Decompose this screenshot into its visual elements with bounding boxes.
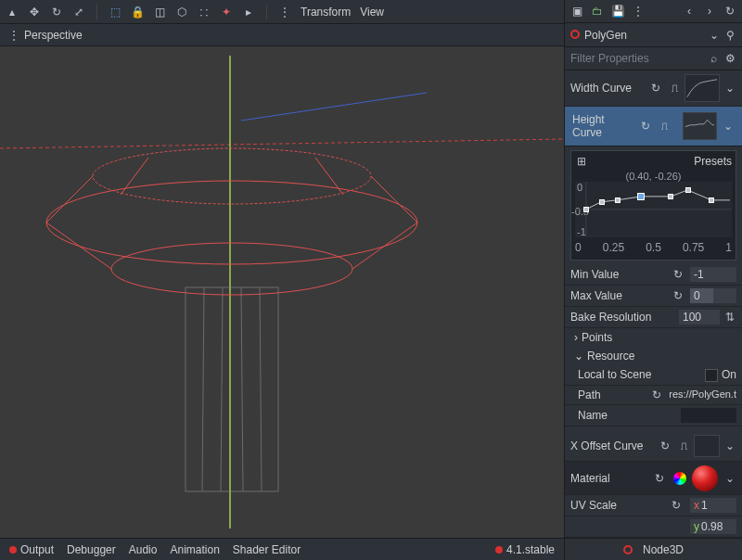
select-mode-icon[interactable]: ⬚ bbox=[109, 6, 122, 19]
search-icon[interactable]: ⌕ bbox=[708, 52, 721, 65]
viewport-toolbar: ▴ ✥ ↻ ⤢ ⬚ 🔒 ◫ ⬡ ⸬ ✦ ▸ ⋮ Transform View bbox=[0, 0, 564, 24]
curve-icon: ⎍ bbox=[677, 439, 690, 452]
svg-rect-12 bbox=[186, 287, 278, 491]
pin-icon[interactable]: ⚲ bbox=[723, 29, 736, 42]
revert-icon[interactable]: ↻ bbox=[660, 439, 673, 452]
path-label: Path bbox=[578, 388, 601, 401]
svg-line-7 bbox=[371, 176, 417, 223]
group-icon[interactable]: ◫ bbox=[153, 6, 166, 19]
camera-icon[interactable]: ▸ bbox=[242, 6, 255, 19]
revert-icon[interactable]: ↻ bbox=[655, 472, 668, 485]
svg-line-8 bbox=[46, 223, 111, 269]
material-preview[interactable] bbox=[692, 465, 718, 491]
path-value[interactable]: res://PolyGen.t bbox=[669, 388, 736, 401]
forward-icon[interactable]: › bbox=[703, 5, 716, 18]
revert-icon[interactable]: ↻ bbox=[673, 289, 686, 302]
curve-point[interactable] bbox=[685, 187, 691, 193]
uv-y-input[interactable]: y0.98 bbox=[690, 519, 736, 534]
revert-icon[interactable]: ↻ bbox=[652, 388, 665, 401]
new-icon[interactable]: ▣ bbox=[570, 5, 583, 18]
arrow-icon[interactable]: ▴ bbox=[6, 6, 19, 19]
filter-input[interactable]: Filter Properties bbox=[570, 52, 649, 65]
min-value-input[interactable]: -1 bbox=[690, 267, 736, 282]
uv-x-input[interactable]: x1 bbox=[690, 498, 736, 513]
kebab-icon[interactable]: ⋮ bbox=[632, 5, 645, 18]
audio-tab[interactable]: Audio bbox=[129, 543, 158, 556]
curve-point[interactable] bbox=[709, 197, 714, 203]
color-wheel-icon[interactable] bbox=[673, 472, 686, 485]
transform-menu[interactable]: Transform bbox=[301, 6, 351, 19]
view-menu[interactable]: View bbox=[360, 6, 384, 19]
chevron-down-icon[interactable]: ⌄ bbox=[723, 82, 736, 95]
svg-line-9 bbox=[352, 223, 417, 269]
curve-point[interactable] bbox=[615, 197, 620, 203]
svg-line-10 bbox=[121, 158, 148, 195]
separator bbox=[96, 5, 97, 19]
bake-resolution-row: Bake Resolution 100 ⇅ bbox=[565, 307, 742, 328]
bottom-panel: Output Debugger Audio Animation Shader E… bbox=[0, 538, 564, 560]
options-icon[interactable]: ⚙ bbox=[723, 52, 736, 65]
chevron-down-icon[interactable]: ⌄ bbox=[723, 120, 736, 133]
node3d-icon bbox=[623, 545, 633, 554]
name-label: Name bbox=[578, 409, 608, 422]
resource-foldout[interactable]: ⌄Resource bbox=[565, 347, 742, 365]
output-tab[interactable]: Output bbox=[9, 543, 54, 556]
name-row: Name bbox=[565, 405, 742, 426]
width-curve-preview[interactable] bbox=[684, 74, 720, 102]
chevron-down-icon[interactable]: ⌄ bbox=[723, 472, 736, 485]
inspector-panel: ▣ 🗀 💾 ⋮ ‹ › ↻ PolyGen ⌄ ⚲ Filter Propert… bbox=[564, 0, 742, 560]
x-offset-label: X Offset Curve bbox=[570, 439, 643, 452]
presets-button[interactable]: Presets bbox=[694, 155, 732, 168]
height-curve-header[interactable]: Height Curve ↻ ⎍ ⌄ bbox=[565, 107, 742, 146]
spinner-icon[interactable]: ⇅ bbox=[723, 311, 736, 324]
animation-tab[interactable]: Animation bbox=[170, 543, 219, 556]
debugger-tab[interactable]: Debugger bbox=[67, 543, 116, 556]
height-curve-preview[interactable] bbox=[683, 112, 717, 140]
max-value-label: Max Value bbox=[570, 289, 622, 302]
move-icon[interactable]: ✥ bbox=[28, 6, 41, 19]
curve-point-selected[interactable] bbox=[637, 193, 645, 200]
revert-icon[interactable]: ↻ bbox=[673, 268, 686, 281]
curve-point[interactable] bbox=[583, 207, 589, 212]
width-curve-label: Width Curve bbox=[570, 82, 632, 95]
rotate-icon[interactable]: ↻ bbox=[50, 6, 63, 19]
curve-canvas[interactable]: 0 -0.5 -1 bbox=[575, 182, 732, 237]
chevron-down-icon[interactable]: ⌄ bbox=[708, 29, 721, 42]
open-icon[interactable]: 🗀 bbox=[591, 5, 604, 18]
revert-icon[interactable]: ↻ bbox=[672, 499, 684, 512]
curve-point[interactable] bbox=[668, 194, 673, 199]
revert-icon[interactable]: ↻ bbox=[651, 82, 664, 95]
svg-point-4 bbox=[46, 181, 417, 264]
local-to-scene-row: Local to Scene On bbox=[565, 365, 742, 386]
points-foldout[interactable]: ›Points bbox=[565, 328, 742, 347]
viewport-3d[interactable] bbox=[0, 46, 564, 538]
revert-icon[interactable]: ↻ bbox=[641, 120, 654, 133]
x-offset-preview[interactable] bbox=[694, 435, 720, 457]
scale-icon[interactable]: ⤢ bbox=[72, 6, 85, 19]
chevron-down-icon: ⌄ bbox=[574, 350, 583, 363]
chevron-right-icon: › bbox=[574, 331, 578, 344]
node3d-section[interactable]: Node3D bbox=[565, 538, 742, 560]
snap-grid-icon[interactable]: ⊞ bbox=[575, 155, 588, 168]
lock-icon[interactable]: 🔒 bbox=[131, 6, 144, 19]
height-curve-label: Height Curve bbox=[572, 113, 635, 139]
bake-resolution-input[interactable]: 100 bbox=[679, 310, 720, 325]
chevron-down-icon[interactable]: ⌄ bbox=[723, 439, 736, 452]
history-icon[interactable]: ↻ bbox=[723, 5, 736, 18]
perspective-label[interactable]: Perspective bbox=[24, 29, 83, 42]
kebab-icon[interactable]: ⋮ bbox=[278, 6, 291, 19]
local-to-scene-checkbox[interactable] bbox=[705, 369, 718, 382]
bake-resolution-label: Bake Resolution bbox=[570, 311, 651, 324]
gizmo-icon[interactable]: ✦ bbox=[220, 6, 233, 19]
name-input[interactable] bbox=[681, 408, 736, 423]
back-icon[interactable]: ‹ bbox=[683, 5, 696, 18]
shader-tab[interactable]: Shader Editor bbox=[233, 543, 301, 556]
save-icon[interactable]: 💾 bbox=[611, 5, 624, 18]
kebab-icon[interactable]: ⋮ bbox=[7, 29, 20, 42]
curve-point[interactable] bbox=[599, 199, 605, 205]
status-dot-icon bbox=[495, 546, 503, 554]
snap-icon[interactable]: ⸬ bbox=[198, 6, 211, 19]
max-value-input[interactable]: 0 bbox=[690, 288, 736, 303]
node-selector[interactable]: PolyGen ⌄ ⚲ bbox=[565, 23, 742, 46]
cube-icon[interactable]: ⬡ bbox=[175, 6, 188, 19]
